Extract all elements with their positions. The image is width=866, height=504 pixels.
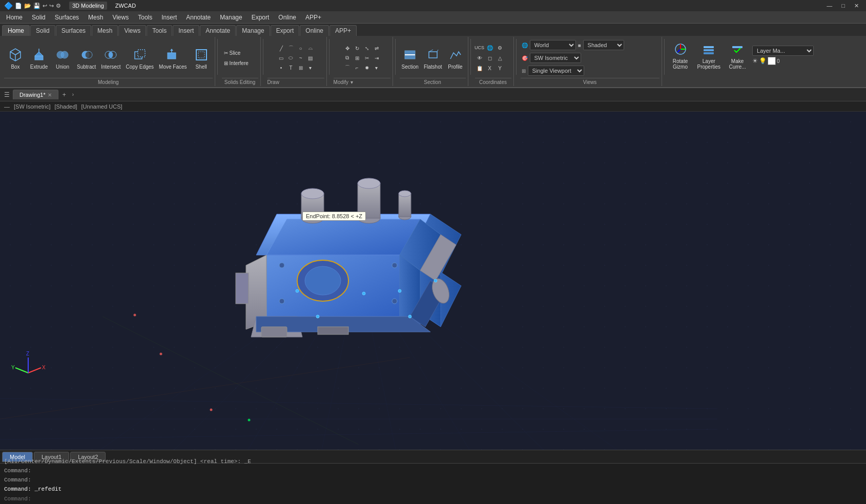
menu-insert[interactable]: Insert (157, 13, 181, 22)
tab-app[interactable]: APP+ (329, 25, 357, 36)
extend-icon[interactable]: ⇥ (372, 53, 381, 62)
chamfer-icon[interactable]: ⌐ (353, 63, 362, 72)
viewport[interactable]: EndPoint: 8.8528 < +Z X Y Z (0, 112, 866, 450)
ucs-settings-icon[interactable]: ⚙ (496, 43, 505, 52)
rotate-gizmo-button[interactable]: RotateGizmo (668, 38, 693, 73)
doc-tab-drawing1[interactable]: Drawing1* ✕ (13, 90, 58, 99)
menu-app[interactable]: APP+ (301, 13, 325, 22)
interfere-button[interactable]: ⊞ Interfere (222, 58, 251, 68)
tab-tools[interactable]: Tools (147, 25, 172, 36)
explode-icon[interactable]: ✸ (362, 63, 372, 72)
more-draw-icon[interactable]: ▾ (306, 63, 315, 72)
menu-home[interactable]: Home (2, 13, 27, 22)
fillet-icon[interactable]: ⌒ (343, 63, 352, 72)
rotate-icon[interactable]: ↻ (353, 44, 362, 53)
ellipse-icon[interactable]: ⬭ (286, 53, 296, 62)
minimize-btn[interactable]: — (823, 3, 835, 9)
tab-solid[interactable]: Solid (30, 25, 55, 36)
tab-export[interactable]: Export (271, 25, 300, 36)
viewport-select[interactable]: Single Viewport (528, 66, 584, 76)
intersect-button[interactable]: Intersect (99, 40, 122, 75)
render-style-select[interactable]: Shaded (583, 40, 624, 50)
ucs-x-icon[interactable]: X (485, 64, 494, 73)
point-icon[interactable]: • (277, 63, 286, 72)
spline-icon[interactable]: ~ (296, 53, 305, 62)
sun-icon[interactable]: ☀ (752, 57, 758, 65)
subtract-button[interactable]: Subtract (75, 40, 98, 75)
polyline-icon[interactable]: ⌒ (286, 44, 296, 53)
brightness-icon[interactable]: 💡 (759, 57, 767, 65)
slice-button[interactable]: ✂ Slice (222, 48, 243, 57)
redo-icon[interactable]: ↪ (49, 3, 54, 9)
world-ucs-icon[interactable]: 🌐 (485, 43, 494, 52)
copy-edges-button[interactable]: Copy Edges (124, 40, 156, 75)
menu-mesh[interactable]: Mesh (84, 13, 107, 22)
svg-rect-22 (429, 52, 437, 58)
tab-annotate[interactable]: Annotate (200, 25, 236, 36)
ucs-3pt-icon[interactable]: △ (496, 53, 505, 62)
block-icon[interactable]: ⊞ (296, 63, 305, 72)
menu-manage[interactable]: Manage (216, 13, 246, 22)
save-icon[interactable]: 💾 (33, 3, 40, 9)
doc-tab-close[interactable]: ✕ (48, 92, 52, 98)
shell-button[interactable]: Shell (190, 40, 213, 75)
mirror-icon[interactable]: ⇌ (372, 44, 381, 53)
tab-insert[interactable]: Insert (173, 25, 199, 36)
menu-surfaces[interactable]: Surfaces (51, 13, 83, 22)
new-icon[interactable]: 📄 (15, 3, 22, 9)
maximize-btn[interactable]: □ (838, 3, 848, 9)
ucs-icon[interactable]: UCS (475, 43, 484, 52)
menu-export[interactable]: Export (248, 13, 274, 22)
make-current-button[interactable]: MakeCurre... (725, 38, 750, 73)
svg-point-88 (362, 292, 365, 295)
layer-select[interactable]: Layer Ma... (752, 46, 814, 56)
close-btn[interactable]: ✕ (851, 3, 862, 9)
viewport-minus[interactable]: — (4, 103, 10, 110)
coord-system-select[interactable]: World (530, 40, 576, 50)
ucs-y-icon[interactable]: Y (496, 64, 505, 73)
menu-solid[interactable]: Solid (28, 13, 50, 22)
array-icon[interactable]: ⊞ (353, 53, 362, 62)
layer-properties-button[interactable]: LayerProperties (695, 38, 723, 73)
menu-tools[interactable]: Tools (134, 13, 156, 22)
tab-views[interactable]: Views (118, 25, 146, 36)
open-icon[interactable]: 📂 (24, 3, 31, 9)
move-icon[interactable]: ✥ (343, 44, 352, 53)
tab-online[interactable]: Online (300, 25, 329, 36)
more-modify-icon[interactable]: ▾ (372, 63, 381, 72)
ucs-view-icon[interactable]: 👁 (475, 53, 484, 62)
move-faces-button[interactable]: Move Faces (157, 40, 189, 75)
trim-icon[interactable]: ✂ (362, 53, 372, 62)
hatch-icon[interactable]: ▤ (306, 53, 315, 62)
circle-icon[interactable]: ○ (296, 44, 305, 53)
extrude-button[interactable]: Extrude (28, 40, 50, 75)
offset-icon[interactable]: ⧉ (343, 53, 352, 62)
menu-views[interactable]: Views (108, 13, 133, 22)
box-button[interactable]: Box (4, 40, 27, 75)
arc-icon[interactable]: ⌓ (306, 44, 315, 53)
view-angle-select[interactable]: SW Isometric (530, 53, 581, 63)
tab-surfaces[interactable]: Surfaces (56, 25, 91, 36)
scale-icon[interactable]: ⤡ (362, 44, 372, 53)
doc-tab-add[interactable]: + (59, 90, 69, 99)
line-icon[interactable]: ╱ (277, 44, 286, 53)
menu-online[interactable]: Online (274, 13, 300, 22)
modify-dropdown-icon[interactable]: ▾ (350, 79, 353, 85)
flatshot-button[interactable]: Flatshot (422, 40, 444, 75)
settings-icon[interactable]: ⚙ (56, 3, 61, 9)
tab-manage[interactable]: Manage (236, 25, 270, 36)
undo-icon[interactable]: ↩ (43, 3, 47, 9)
sidebar-toggle[interactable]: ☰ (2, 90, 12, 99)
rect-icon[interactable]: ▭ (277, 53, 286, 62)
text-icon[interactable]: T (286, 63, 296, 72)
named-ucs-icon[interactable]: 📋 (475, 64, 484, 73)
menu-annotate[interactable]: Annotate (182, 13, 215, 22)
tab-mesh[interactable]: Mesh (92, 25, 118, 36)
profile-button[interactable]: Profile (445, 40, 466, 75)
group-draw: ╱ ⌒ ○ ⌓ ▭ ⬭ ~ ▤ • T ⊞ ▾ Draw (265, 37, 327, 86)
tab-home[interactable]: Home (2, 25, 30, 36)
cmd-input[interactable] (4, 496, 862, 502)
union-button[interactable]: Union (51, 40, 74, 75)
section-button[interactable]: Section (400, 40, 421, 75)
ucs-face-icon[interactable]: ◻ (485, 53, 494, 62)
